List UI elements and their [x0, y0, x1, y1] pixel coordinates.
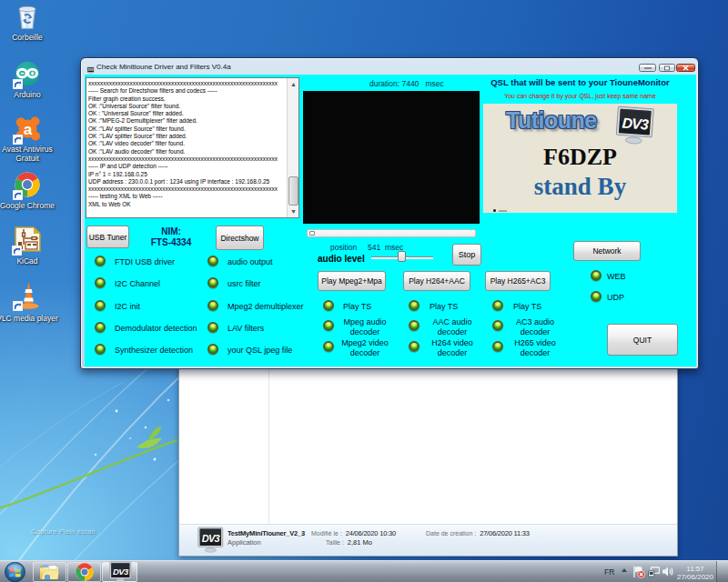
svg-text:DV3: DV3 [88, 68, 94, 72]
svg-text:DV3: DV3 [622, 115, 649, 133]
svg-text:a: a [24, 121, 33, 138]
svg-text:DV3: DV3 [202, 533, 221, 544]
svg-text:DV3: DV3 [112, 566, 128, 576]
